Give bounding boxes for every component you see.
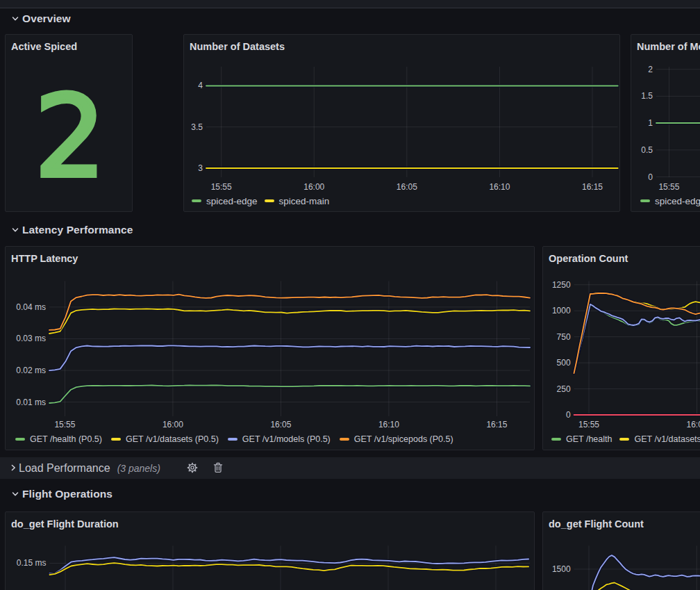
y-axis-tick-label: 0 (543, 410, 571, 420)
y-axis-tick-label: 1500 (543, 564, 571, 574)
y-axis-tick-label: 1.5 (631, 91, 653, 101)
legend-item[interactable]: GET /v1/models (P0.5) (228, 434, 331, 444)
y-axis-tick-label: 0 (631, 172, 653, 182)
y-axis-tick-label: 1000 (543, 306, 571, 316)
row-title: Overview (22, 13, 71, 25)
row-panel-count: (3 panels) (117, 463, 160, 474)
panel-do-get-flight-duration: do_get Flight Duration 0.15 ms15:5516:00… (5, 511, 535, 590)
row-header-latency-performance[interactable]: Latency Performance (10, 222, 133, 238)
x-axis-tick-label: 16:10 (368, 420, 410, 429)
legend-item[interactable]: GET /health (P0.5) (15, 434, 102, 444)
legend-item[interactable]: GET /health (551, 434, 612, 444)
legend-label: spiced-edge (206, 196, 258, 206)
legend-swatch-icon (15, 438, 25, 441)
legend-swatch-icon (228, 438, 238, 441)
x-axis-tick-label: 15:55 (201, 182, 242, 192)
row-header-load-performance[interactable]: Load Performance (3 panels) (0, 457, 700, 479)
legend-label: GET /v1/spicepods (P0.5) (354, 434, 453, 444)
chart-area: 12501000750500250015:5516:0016:0516:1016… (543, 247, 700, 450)
panel-do-get-flight-count: do_get Flight Count 150015:5516:0016:051… (542, 511, 700, 590)
legend-swatch-icon (111, 438, 121, 441)
x-axis-tick-label: 15:55 (44, 420, 85, 429)
y-axis-tick-label: 500 (543, 358, 571, 368)
y-axis-tick-label: 3 (184, 163, 203, 173)
x-axis-tick-label: 16:05 (260, 420, 301, 429)
chart-area: 0.04 ms0.03 ms0.02 ms0.01 ms15:5516:0016… (6, 247, 534, 450)
trash-icon[interactable] (213, 462, 223, 473)
x-axis-tick-label: 15:55 (568, 420, 610, 429)
chevron-down-icon (10, 489, 20, 499)
chart-area: 43.5315:5516:0016:0516:1016:15spiced-edg… (184, 35, 619, 211)
x-axis-tick-label: 16:15 (476, 420, 517, 429)
y-axis-tick-label: 4 (184, 81, 203, 90)
legend-item[interactable]: GET /v1/datasets (619, 434, 700, 444)
row-title: Latency Performance (22, 224, 133, 236)
legend-label: spiced-main (279, 196, 330, 206)
panel-number-of-models: Number of Models 21.510.5015:5516:0016:0… (631, 34, 700, 212)
panel-title[interactable]: Active Spiced (11, 41, 77, 52)
legend-swatch-icon (265, 199, 274, 202)
chart-area: 21.510.5015:5516:0016:0516:1016:15spiced… (631, 35, 700, 211)
y-axis-tick-label: 0.03 ms (6, 334, 46, 343)
panel-active-spiced: Active Spiced 2 (5, 34, 133, 212)
x-axis-tick-label: 16:15 (572, 182, 613, 192)
y-axis-tick-label: 0.15 ms (6, 558, 47, 568)
panel-http-latency: HTTP Latency 0.04 ms0.03 ms0.02 ms0.01 m… (5, 246, 535, 450)
chevron-down-icon (10, 14, 20, 24)
row-header-overview[interactable]: Overview (10, 11, 71, 26)
stat-value: 2 (7, 81, 133, 193)
x-axis-tick-label: 15:55 (648, 182, 690, 192)
legend-item[interactable]: GET /v1/spicepods (P0.5) (340, 434, 453, 444)
top-bar (0, 0, 700, 8)
legend-swatch-icon (619, 438, 629, 441)
y-axis-tick-label: 0.01 ms (6, 398, 46, 407)
legend-item[interactable]: spiced-edge (640, 196, 700, 206)
legend-item[interactable]: spiced-main (265, 196, 330, 206)
chart-legend: GET /health (P0.5)GET /v1/datasets (P0.5… (15, 433, 453, 445)
row-title: Flight Operations (22, 488, 112, 500)
legend-item[interactable]: GET /v1/datasets (P0.5) (111, 434, 219, 444)
y-axis-tick-label: 3.5 (184, 122, 203, 132)
gear-icon[interactable] (187, 462, 198, 473)
y-axis-tick-label: 0.5 (631, 145, 653, 155)
y-axis-tick-label: 750 (543, 332, 571, 342)
row-title: Load Performance (19, 462, 110, 475)
legend-label: GET /v1/datasets (P0.5) (126, 434, 219, 444)
y-axis-tick-label: 250 (543, 384, 571, 394)
row-header-flight-operations[interactable]: Flight Operations (10, 486, 112, 502)
legend-label: spiced-edge (655, 196, 700, 206)
legend-item[interactable]: spiced-edge (192, 196, 258, 206)
chevron-right-icon (9, 462, 17, 475)
legend-swatch-icon (551, 438, 561, 441)
chart-area: 0.15 ms15:5516:0016:0516:1016:15 (6, 512, 534, 590)
y-axis-tick-label: 1 (631, 118, 653, 128)
legend-swatch-icon (640, 199, 650, 202)
x-axis-tick-label: 16:00 (293, 182, 335, 192)
chevron-down-icon (10, 225, 20, 235)
panel-number-of-datasets: Number of Datasets 43.5315:5516:0016:051… (183, 34, 620, 212)
chart-legend: GET /healthGET /v1/datasets (551, 433, 700, 445)
y-axis-tick-label: 2 (631, 65, 653, 74)
legend-swatch-icon (340, 438, 349, 441)
y-axis-tick-label: 0.02 ms (6, 366, 46, 375)
x-axis-tick-label: 16:05 (386, 182, 428, 192)
legend-label: GET /health (P0.5) (30, 434, 102, 444)
y-axis-tick-label: 0.04 ms (6, 302, 46, 312)
chart-legend: spiced-edgespiced-main (192, 195, 329, 207)
legend-label: GET /health (566, 434, 612, 444)
x-axis-tick-label: 16:00 (152, 420, 194, 429)
x-axis-tick-label: 16:00 (676, 420, 700, 429)
y-axis-tick-label: 1250 (543, 280, 571, 290)
legend-swatch-icon (192, 199, 201, 202)
legend-label: GET /v1/datasets (634, 434, 700, 444)
legend-label: GET /v1/models (P0.5) (242, 434, 331, 444)
chart-legend: spiced-edge (640, 195, 700, 207)
chart-area: 150015:5516:0016:0516:1016:15 (543, 512, 700, 590)
panel-operation-count: Operation Count 12501000750500250015:551… (542, 246, 700, 450)
x-axis-tick-label: 16:10 (478, 182, 520, 192)
